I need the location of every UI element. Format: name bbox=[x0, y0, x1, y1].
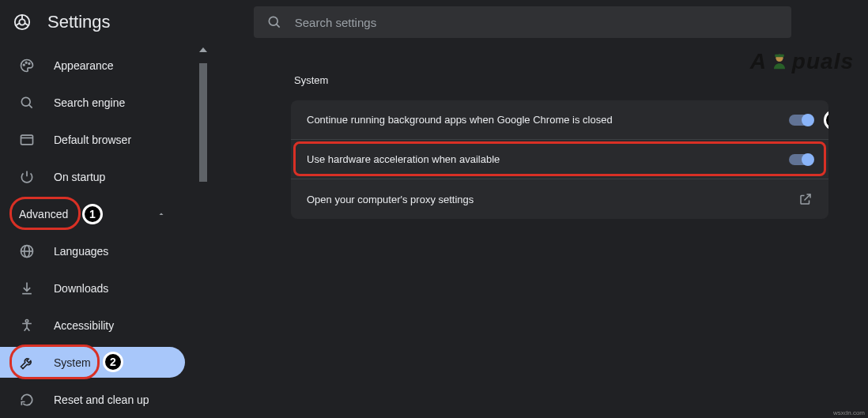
sidebar-item-label: Downloads bbox=[54, 282, 108, 295]
annotation-badge-2: 2 bbox=[103, 352, 123, 372]
svg-line-3 bbox=[276, 24, 279, 28]
search-icon bbox=[19, 95, 35, 111]
sidebar: Appearance Search engine Default browser… bbox=[0, 44, 198, 418]
search-input[interactable] bbox=[295, 16, 779, 29]
svg-point-14 bbox=[25, 319, 28, 322]
accessibility-icon bbox=[19, 318, 35, 333]
reset-icon bbox=[19, 392, 35, 408]
download-icon bbox=[19, 281, 35, 296]
sidebar-item-label: Languages bbox=[54, 245, 108, 258]
sidebar-section-advanced[interactable]: Advanced 1 bbox=[0, 199, 185, 230]
wrench-icon bbox=[19, 355, 35, 371]
svg-point-7 bbox=[21, 98, 30, 107]
svg-line-8 bbox=[29, 105, 32, 108]
search-icon bbox=[266, 14, 282, 30]
svg-rect-16 bbox=[775, 55, 784, 58]
setting-row-hw-accel[interactable]: Use hardware acceleration when available bbox=[291, 140, 828, 179]
sidebar-item-accessibility[interactable]: Accessibility bbox=[0, 310, 185, 341]
svg-point-1 bbox=[19, 19, 25, 24]
setting-label: Open your computer's proxy settings bbox=[307, 194, 474, 205]
search-bar[interactable] bbox=[254, 6, 791, 38]
setting-row-proxy[interactable]: Open your computer's proxy settings bbox=[291, 179, 828, 219]
system-card: Continue running background apps when Go… bbox=[291, 100, 828, 219]
sidebar-item-label: System bbox=[54, 356, 91, 369]
sidebar-item-label: On startup bbox=[54, 171, 105, 183]
chevron-up-icon bbox=[157, 209, 166, 219]
sidebar-item-label: Search engine bbox=[54, 96, 125, 109]
sidebar-item-label: Reset and clean up bbox=[54, 394, 149, 406]
chrome-logo-icon bbox=[13, 13, 32, 32]
svg-point-4 bbox=[23, 65, 25, 66]
watermark-text: A bbox=[750, 49, 767, 74]
setting-row-bg-apps[interactable]: Continue running background apps when Go… bbox=[291, 100, 828, 140]
sidebar-item-label: Appearance bbox=[54, 59, 114, 72]
sidebar-section-label: Advanced bbox=[19, 208, 68, 220]
svg-rect-9 bbox=[21, 135, 33, 145]
external-link-icon bbox=[798, 192, 813, 206]
sidebar-item-downloads[interactable]: Downloads bbox=[0, 273, 185, 303]
page-title: Settings bbox=[47, 12, 111, 32]
sidebar-item-languages[interactable]: Languages bbox=[0, 236, 185, 267]
sidebar-item-system[interactable]: System 2 bbox=[0, 347, 185, 378]
annotation-badge-3: 3 bbox=[824, 110, 828, 130]
palette-icon bbox=[19, 58, 35, 73]
globe-icon bbox=[19, 243, 35, 259]
svg-point-2 bbox=[269, 17, 277, 25]
svg-point-6 bbox=[28, 63, 30, 65]
setting-label: Use hardware acceleration when available bbox=[307, 153, 500, 165]
footer-text: wsxdn.com bbox=[833, 409, 865, 416]
toggle-switch[interactable] bbox=[789, 115, 813, 126]
sidebar-item-label: Default browser bbox=[54, 134, 131, 146]
browser-icon bbox=[19, 132, 35, 148]
watermark-avatar-icon bbox=[768, 51, 791, 73]
watermark: A puals bbox=[750, 49, 854, 74]
sidebar-item-reset[interactable]: Reset and clean up bbox=[0, 384, 185, 415]
section-title: System bbox=[294, 74, 852, 86]
setting-label: Continue running background apps when Go… bbox=[307, 114, 613, 126]
svg-point-5 bbox=[25, 62, 27, 64]
toggle-switch[interactable] bbox=[789, 154, 813, 165]
watermark-text: puals bbox=[792, 49, 854, 74]
sidebar-item-appearance[interactable]: Appearance bbox=[0, 51, 185, 81]
sidebar-item-default-browser[interactable]: Default browser bbox=[0, 125, 185, 156]
sidebar-item-on-startup[interactable]: On startup bbox=[0, 162, 185, 193]
sidebar-item-search-engine[interactable]: Search engine bbox=[0, 88, 185, 119]
annotation-badge-1: 1 bbox=[82, 204, 103, 224]
main-content: System Continue running background apps … bbox=[198, 44, 868, 418]
app-header: Settings bbox=[0, 0, 868, 44]
power-icon bbox=[19, 169, 35, 185]
sidebar-item-label: Accessibility bbox=[54, 319, 114, 332]
